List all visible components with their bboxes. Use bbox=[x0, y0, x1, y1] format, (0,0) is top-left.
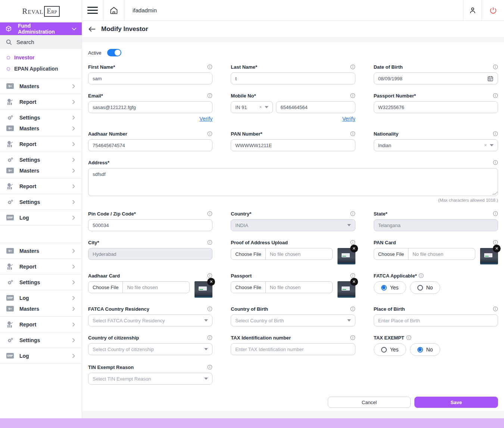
profile-button[interactable] bbox=[463, 0, 482, 21]
info-icon[interactable] bbox=[207, 131, 212, 136]
aadhaar-card-file-input[interactable]: Choose FileNo file chosen bbox=[88, 281, 190, 293]
info-icon[interactable] bbox=[207, 64, 212, 69]
choose-file-button[interactable]: Choose File bbox=[374, 248, 408, 260]
info-icon[interactable] bbox=[350, 335, 355, 340]
info-icon[interactable] bbox=[493, 306, 498, 311]
choose-file-button[interactable]: Choose File bbox=[88, 282, 123, 293]
menu-toggle-button[interactable] bbox=[82, 0, 103, 21]
fatca-country-residency-select[interactable]: Select FATCA Country Residency bbox=[88, 314, 212, 326]
choose-file-button[interactable]: Choose File bbox=[231, 282, 265, 293]
country-of-birth-select[interactable]: Select Country of Birth bbox=[231, 314, 355, 326]
info-icon[interactable] bbox=[406, 335, 411, 340]
sidebar-search-input[interactable]: Search bbox=[0, 35, 82, 49]
sidebar-item-masters[interactable]: $=Masters bbox=[0, 123, 82, 134]
sidebar-item-masters[interactable]: $=Masters bbox=[0, 303, 82, 314]
sidebar-item-log[interactable]: ERPLog bbox=[0, 212, 82, 223]
passport-upload-file-input[interactable]: Choose FileNo file chosen bbox=[231, 281, 332, 293]
clear-selection-icon[interactable]: × bbox=[484, 143, 487, 148]
pin-code-input[interactable]: 500034 bbox=[88, 219, 212, 231]
sidebar-item-masters[interactable]: $=Masters bbox=[0, 245, 82, 256]
info-icon[interactable] bbox=[207, 335, 212, 340]
home-button[interactable] bbox=[103, 0, 124, 21]
resize-handle[interactable] bbox=[492, 192, 498, 195]
info-icon[interactable] bbox=[350, 273, 355, 278]
first-name-input[interactable]: sam bbox=[88, 72, 212, 84]
last-name-input[interactable]: t bbox=[231, 72, 355, 84]
info-icon[interactable] bbox=[350, 240, 355, 245]
sidebar-item-log[interactable]: ERPLog bbox=[0, 350, 82, 361]
info-icon[interactable] bbox=[493, 93, 498, 98]
active-toggle[interactable] bbox=[107, 49, 121, 56]
sidebar-item-masters[interactable]: $=Masters bbox=[0, 165, 82, 176]
remove-upload-icon[interactable]: ✕ bbox=[207, 278, 215, 286]
logout-button[interactable] bbox=[482, 0, 504, 21]
choose-file-button[interactable]: Choose File bbox=[231, 248, 265, 260]
info-icon[interactable] bbox=[207, 273, 212, 278]
passport-number-input[interactable]: W32255676 bbox=[374, 101, 498, 113]
calendar-icon[interactable] bbox=[487, 75, 494, 82]
passport-upload-preview-thumbnail[interactable]: ✕ bbox=[337, 281, 355, 298]
proof-of-address-file-input[interactable]: Choose FileNo file chosen bbox=[231, 248, 332, 260]
tin-exempt-reason-select[interactable]: Select TIN Exempt Reason bbox=[88, 373, 212, 385]
info-icon[interactable] bbox=[350, 64, 355, 69]
fatca-applicable-radio-yes[interactable]: Yes bbox=[374, 281, 406, 294]
proof-of-address-preview-thumbnail[interactable]: ✕ bbox=[337, 248, 355, 264]
info-icon[interactable] bbox=[493, 131, 498, 136]
tax-exempt-radio-no[interactable]: No bbox=[410, 343, 441, 356]
sidebar-item-epan-application[interactable]: EPAN Application bbox=[0, 63, 82, 74]
sidebar-item-investor[interactable]: Investor bbox=[0, 52, 82, 63]
mobile-no-verify-link[interactable]: Verify bbox=[342, 116, 355, 122]
info-icon[interactable] bbox=[350, 306, 355, 311]
address-textarea[interactable]: sdfsdf bbox=[88, 168, 498, 196]
module-selector[interactable]: Fund Administration bbox=[0, 22, 82, 35]
info-icon[interactable] bbox=[350, 93, 355, 98]
date-of-birth-input[interactable]: 08/09/1998 bbox=[374, 72, 498, 84]
tax-exempt-radio-yes[interactable]: Yes bbox=[374, 343, 406, 356]
mobile-no-country-select[interactable]: IN 91× bbox=[231, 101, 273, 113]
remove-upload-icon[interactable]: ✕ bbox=[350, 245, 358, 252]
sidebar-item-settings[interactable]: Settings bbox=[0, 196, 82, 207]
sidebar-item-report[interactable]: Report bbox=[0, 96, 82, 107]
aadhaar-number-input[interactable]: 754645674574 bbox=[88, 139, 212, 151]
info-icon[interactable] bbox=[207, 211, 212, 216]
nationality-select[interactable]: Indian× bbox=[374, 139, 498, 151]
place-of-birth-input[interactable]: Enter Place of Birth bbox=[374, 314, 498, 326]
back-button[interactable] bbox=[88, 26, 96, 32]
remove-upload-icon[interactable]: ✕ bbox=[493, 245, 501, 252]
pan-number-input[interactable]: WWWWW1211E bbox=[231, 139, 355, 151]
info-icon[interactable] bbox=[493, 211, 498, 216]
remove-upload-icon[interactable]: ✕ bbox=[350, 278, 358, 286]
country-of-citizenship-select[interactable]: Select Country of citizenship bbox=[88, 343, 212, 355]
tax-identification-number-input[interactable]: Enter TAX Identification number bbox=[231, 343, 355, 355]
save-button[interactable]: Save bbox=[414, 397, 498, 408]
sidebar-item-report[interactable]: Report bbox=[0, 319, 82, 330]
pan-card-preview-thumbnail[interactable]: ✕ bbox=[480, 248, 498, 264]
pan-card-file-input[interactable]: Choose FileNo file chosen bbox=[374, 248, 475, 260]
info-icon[interactable] bbox=[493, 160, 498, 165]
sidebar-item-settings[interactable]: Settings bbox=[0, 277, 82, 288]
sidebar-item-report[interactable]: Report bbox=[0, 139, 82, 149]
sidebar-item-settings[interactable]: Settings bbox=[0, 154, 82, 165]
sidebar-item-masters[interactable]: $=Masters bbox=[0, 81, 82, 92]
info-icon[interactable] bbox=[207, 93, 212, 98]
clear-selection-icon[interactable]: × bbox=[259, 105, 262, 110]
email-input[interactable]: sasas@121212.fgfg bbox=[88, 101, 212, 113]
sidebar-item-log[interactable]: ERPLog bbox=[0, 292, 82, 303]
fatca-applicable-radio-no[interactable]: No bbox=[410, 281, 441, 294]
info-icon[interactable] bbox=[207, 365, 212, 370]
info-icon[interactable] bbox=[350, 131, 355, 136]
info-icon[interactable] bbox=[493, 64, 498, 69]
info-icon[interactable] bbox=[207, 306, 212, 311]
cancel-button[interactable]: Cancel bbox=[328, 397, 411, 408]
info-icon[interactable] bbox=[350, 211, 355, 216]
sidebar-item-settings[interactable]: Settings bbox=[0, 335, 82, 345]
brand-logo[interactable]: RevalErp bbox=[0, 0, 82, 22]
sidebar-item-report[interactable]: Report bbox=[0, 181, 82, 192]
aadhaar-card-preview-thumbnail[interactable]: ✕ bbox=[195, 281, 212, 298]
email-verify-link[interactable]: Verify bbox=[199, 116, 212, 122]
info-icon[interactable] bbox=[207, 240, 212, 245]
sidebar-item-settings[interactable]: Settings bbox=[0, 112, 82, 123]
sidebar-item-report[interactable]: Report bbox=[0, 261, 82, 272]
info-icon[interactable] bbox=[419, 273, 424, 278]
mobile-no-input[interactable]: 6546464564 bbox=[276, 101, 355, 113]
